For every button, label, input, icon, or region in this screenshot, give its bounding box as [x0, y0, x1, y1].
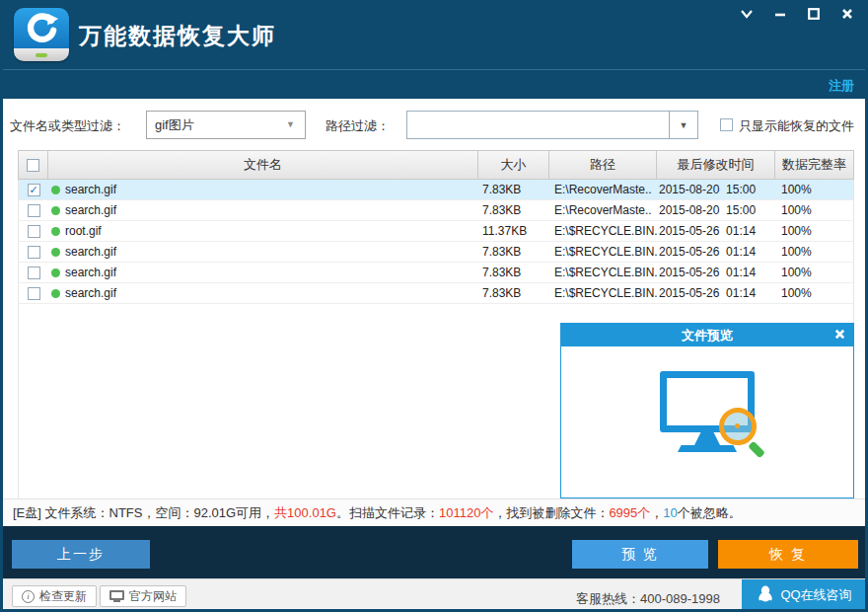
preview-close-button[interactable] [832, 328, 847, 344]
title-bar: 万能数据恢复大师 [0, 0, 868, 69]
app-logo-icon [14, 8, 69, 61]
recoverable-dot-icon [51, 289, 60, 298]
dropdown-arrow-icon: ▼ [680, 120, 688, 130]
monitor-base [678, 445, 737, 452]
status-segment: 。扫描文件记录： [336, 505, 439, 520]
table-row[interactable]: search.gif7.83KBE:\$RECYCLE.BIN..2015-05… [19, 242, 853, 263]
row-checkbox[interactable] [28, 184, 40, 196]
qq-consult-button[interactable]: QQ在线咨询 [742, 579, 868, 610]
file-size: 11.37KB [482, 224, 527, 238]
file-modified: 2015-05-26 01:14 [659, 266, 756, 279]
recoverable-dot-icon [51, 248, 60, 257]
row-checkbox[interactable] [28, 204, 40, 217]
check-update-button[interactable]: i 检查更新 [12, 585, 97, 607]
file-name: search.gif [65, 266, 116, 279]
header-integrity[interactable]: 数据完整率 [775, 151, 853, 179]
file-path: E:\$RECYCLE.BIN.. [554, 266, 657, 279]
chevron-down-icon [739, 7, 755, 25]
file-modified: 2015-08-20 15:00 [659, 183, 756, 196]
window-controls [736, 6, 858, 26]
file-size: 7.83KB [482, 203, 521, 217]
app-logo-led [36, 53, 47, 57]
hotline-text: 客服热线：400-089-1998 [576, 590, 720, 608]
row-checkbox[interactable] [28, 267, 40, 279]
table-row[interactable]: search.gif7.83KBE:\RecoverMaste..2015-08… [19, 200, 853, 221]
header-modified[interactable]: 最后修改时间 [657, 151, 775, 179]
file-name: search.gif [65, 245, 116, 259]
file-path: E:\$RECYCLE.BIN.. [554, 245, 657, 259]
row-checkbox[interactable] [28, 287, 40, 300]
table-row[interactable]: root.gif11.37KBE:\$RECYCLE.BIN..2015-05-… [19, 221, 853, 242]
path-filter-dropdown-button[interactable]: ▼ [669, 112, 697, 138]
file-integrity: 100% [781, 266, 812, 279]
preview-panel-title: 文件预览 [682, 327, 733, 344]
file-integrity: 100% [781, 286, 812, 300]
file-name: root.gif [65, 224, 102, 238]
minimize-button[interactable] [769, 6, 791, 26]
header-file-name[interactable]: 文件名 [48, 151, 478, 179]
app-window: 万能数据恢复大师 [0, 0, 868, 612]
type-filter-select[interactable]: gif图片 ▼ [146, 111, 306, 139]
header-size[interactable]: 大小 [478, 151, 549, 179]
file-name: search.gif [65, 203, 116, 217]
recoverable-dot-icon [51, 186, 60, 194]
sub-header-bar [0, 69, 868, 99]
row-checkbox[interactable] [28, 246, 40, 259]
file-size: 7.83KB [482, 286, 521, 300]
monitor-stand [694, 432, 720, 445]
file-size: 7.83KB [482, 183, 521, 196]
check-update-label: 检查更新 [39, 588, 87, 605]
path-filter-label: 路径过滤： [326, 117, 390, 135]
file-name: search.gif [65, 286, 116, 300]
close-button[interactable] [836, 6, 858, 26]
footer-bar: i 检查更新 官方网站 QQ在线咨询 [3, 578, 865, 609]
qq-consult-label: QQ在线咨询 [780, 586, 851, 604]
minimize-icon [773, 7, 787, 25]
type-filter-label: 文件名或类型过滤： [10, 117, 125, 135]
only-recoverable-label: 只显示能恢复的文件 [739, 117, 854, 135]
path-filter-input[interactable] [407, 112, 669, 138]
header-path[interactable]: 路径 [549, 151, 657, 179]
page-title: 万能数据恢复大师 [79, 21, 276, 51]
recoverable-dot-icon [51, 206, 60, 215]
table-row[interactable]: search.gif7.83KBE:\$RECYCLE.BIN..2015-05… [19, 283, 853, 304]
file-path: E:\RecoverMaste.. [554, 203, 652, 217]
back-button[interactable]: 上一步 [12, 540, 150, 569]
type-filter-value: gif图片 [155, 116, 194, 134]
file-path: E:\RecoverMaste.. [554, 183, 652, 196]
close-icon [840, 7, 854, 25]
refresh-arrow-icon [24, 11, 59, 50]
magnifier-handle [748, 441, 765, 459]
file-integrity: 100% [781, 224, 812, 238]
row-checkbox[interactable] [28, 225, 40, 238]
status-segment: ， [650, 505, 663, 520]
select-all-checkbox[interactable] [27, 159, 39, 172]
status-segment: 6995个 [609, 505, 650, 520]
dropdown-arrow-icon: ▼ [286, 119, 295, 129]
table-row[interactable]: search.gif7.83KBE:\$RECYCLE.BIN..2015-05… [19, 263, 853, 283]
only-recoverable-checkbox[interactable] [720, 118, 733, 131]
file-modified: 2015-08-20 15:00 [659, 203, 756, 217]
file-modified: 2015-05-26 01:14 [659, 286, 756, 300]
official-site-button[interactable]: 官方网站 [100, 585, 186, 607]
file-path: E:\$RECYCLE.BIN.. [554, 286, 657, 300]
path-filter-combobox: ▼ [406, 111, 698, 139]
status-segment: [E盘] 文件系统：NTFS，空间：92.01G可用， [13, 505, 274, 520]
register-link[interactable]: 注册 [829, 77, 854, 95]
status-segment: 共100.01G [274, 505, 336, 520]
maximize-button[interactable] [803, 6, 825, 26]
info-icon: i [22, 590, 35, 603]
recover-button[interactable]: 恢 复 [718, 540, 858, 569]
maximize-icon [807, 7, 821, 25]
fold-button[interactable] [736, 6, 758, 26]
file-integrity: 100% [781, 203, 812, 217]
official-site-label: 官方网站 [129, 588, 177, 605]
preview-placeholder [561, 346, 853, 497]
preview-panel-header: 文件预览 [561, 324, 853, 346]
window-border [0, 0, 3, 612]
monitor-icon [109, 590, 124, 603]
preview-button[interactable]: 预 览 [572, 540, 708, 569]
action-bar: 上一步 预 览 恢 复 [3, 526, 865, 578]
table-row[interactable]: search.gif7.83KBE:\RecoverMaste..2015-08… [19, 180, 853, 200]
recoverable-dot-icon [51, 268, 60, 277]
